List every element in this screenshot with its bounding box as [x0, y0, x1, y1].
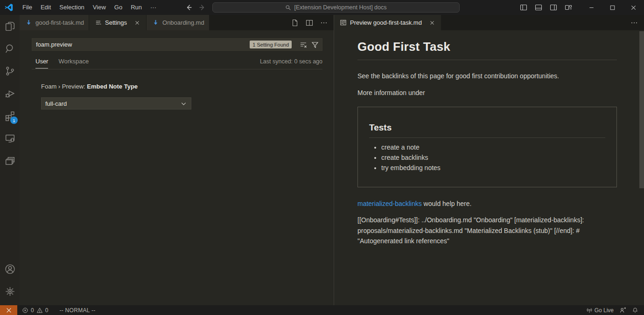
person-feedback-icon [619, 307, 626, 314]
toggle-secondary-sidebar-icon[interactable] [548, 2, 559, 13]
window-maximize-button[interactable] [602, 0, 623, 15]
setting-name: Embed Note Type [87, 83, 138, 90]
accounts-icon[interactable] [0, 258, 20, 280]
titlebar: File Edit Selection View Go Run ··· [Ext… [0, 0, 644, 15]
menu-view[interactable]: View [89, 0, 110, 15]
filter-funnel-icon[interactable] [311, 41, 319, 49]
settings-search-input[interactable] [36, 41, 250, 48]
tab-label: good-first-task.md [35, 19, 84, 26]
tab-preview-good-first-task[interactable]: Preview good-first-task.md [334, 15, 441, 30]
settings-scope-tabs: User Workspace Last synced: 0 secs ago [32, 57, 322, 69]
menu-go[interactable]: Go [110, 0, 126, 15]
split-editor-icon[interactable] [306, 19, 313, 27]
embed-heading: Tests [369, 123, 605, 138]
scope-separator [32, 69, 322, 69]
menu-edit[interactable]: Edit [36, 0, 55, 15]
tab-label: Preview good-first-task.md [350, 19, 422, 26]
preview-paragraph: See the backlinks of this page for good … [357, 71, 617, 81]
menu-selection[interactable]: Selection [55, 0, 88, 15]
search-icon [285, 5, 291, 11]
preview-scrollbar[interactable] [639, 31, 644, 188]
list-item: try embedding notes [381, 164, 605, 171]
embedded-note-card: Tests create a note create backlinks try… [357, 107, 617, 187]
settings-count-badge: 1 Setting Found [250, 41, 292, 48]
more-actions-icon[interactable] [320, 19, 328, 27]
tab-onboarding[interactable]: Onboarding.md [147, 15, 210, 30]
embed-list: create a note create backlinks try embed… [369, 144, 605, 171]
search-view-icon[interactable] [0, 37, 20, 60]
go-live-button[interactable]: Go Live [583, 305, 616, 315]
error-count: 0 [31, 307, 34, 314]
embed-note-type-select[interactable]: full-card [41, 97, 191, 110]
remote-explorer-icon[interactable] [0, 127, 20, 149]
scope-tab-workspace[interactable]: Workspace [58, 58, 89, 68]
close-icon[interactable] [428, 19, 436, 27]
chevron-down-icon [180, 100, 187, 107]
materialized-backlinks-link[interactable]: materialized-backlinks [357, 200, 422, 207]
extensions-badge: 1 [10, 116, 18, 124]
run-debug-icon[interactable] [0, 82, 20, 104]
settings-editor-icon [95, 19, 102, 26]
windows-stack-icon[interactable] [0, 149, 20, 171]
window-minimize-button[interactable] [581, 0, 602, 15]
source-control-icon[interactable] [0, 60, 20, 82]
command-center-label: [Extension Development Host] docs [294, 4, 386, 11]
warning-count: 0 [45, 307, 49, 314]
vim-mode-indicator[interactable]: -- NORMAL -- [56, 305, 98, 315]
go-live-label: Go Live [595, 307, 614, 314]
extensions-icon[interactable]: 1 [0, 104, 20, 127]
open-settings-json-icon[interactable] [291, 19, 299, 27]
bell-icon [632, 307, 638, 314]
main-area: 1 good-first-task.md [0, 15, 644, 305]
warning-icon [36, 307, 43, 314]
vim-mode-label: -- NORMAL -- [59, 307, 95, 314]
menu-run[interactable]: Run [126, 0, 146, 15]
markdown-preview-icon [340, 19, 347, 26]
close-icon[interactable] [133, 19, 141, 27]
nav-forward-icon[interactable] [199, 4, 206, 11]
setting-category: Foam › Preview: [41, 83, 87, 90]
settings-gear-icon[interactable] [0, 280, 20, 302]
tab-settings[interactable]: Settings [89, 15, 147, 30]
more-actions-icon[interactable] [630, 19, 638, 27]
notifications-bell-button[interactable] [629, 305, 641, 315]
tab-good-first-task[interactable]: good-first-task.md [20, 15, 89, 30]
problems-status[interactable]: 0 0 [19, 305, 51, 315]
last-synced-label: Last synced: 0 secs ago [260, 58, 322, 68]
right-tabbar: Preview good-first-task.md [334, 15, 644, 30]
select-value: full-card [45, 100, 67, 107]
markdown-file-icon [25, 19, 32, 26]
toggle-panel-icon[interactable] [533, 2, 544, 13]
link-paragraph: materialized-backlinks would help here. [357, 200, 617, 207]
menu-more[interactable]: ··· [146, 0, 161, 15]
clear-search-filters-icon[interactable] [299, 41, 308, 49]
broadcast-icon [586, 307, 593, 314]
explorer-icon[interactable] [0, 15, 20, 37]
menu-file[interactable]: File [18, 0, 36, 15]
markdown-file-icon [152, 19, 159, 26]
list-item: create a note [381, 144, 605, 151]
scope-tab-user[interactable]: User [35, 58, 48, 68]
link-suffix: would help here. [422, 200, 472, 207]
setting-title: Foam › Preview: Embed Note Type [41, 83, 334, 90]
tab-label: Settings [105, 19, 127, 26]
remote-indicator[interactable] [0, 305, 17, 315]
window-close-button[interactable] [623, 0, 644, 15]
markdown-preview-pane: Good First Task See the backlinks of thi… [334, 30, 644, 305]
list-item: create backlinks [381, 154, 605, 161]
toggle-primary-sidebar-icon[interactable] [518, 2, 529, 13]
activity-bar: 1 [0, 15, 20, 305]
setting-item-embed-note-type: Foam › Preview: Embed Note Type full-car… [41, 83, 334, 110]
error-icon [22, 307, 28, 314]
feedback-button[interactable] [616, 305, 629, 315]
editor-group-right: Preview good-first-task.md Good First Ta… [334, 15, 644, 305]
settings-editor: 1 Setting Found User Workspace Last sync… [20, 30, 334, 305]
command-center[interactable]: [Extension Development Host] docs [212, 2, 460, 13]
preview-title: Good First Task [357, 40, 617, 60]
left-tabbar: good-first-task.md Settings Onboarding.m… [20, 15, 334, 30]
preview-paragraph: More information under [357, 89, 617, 96]
tab-label: Onboarding.md [162, 19, 204, 26]
nav-back-icon[interactable] [185, 4, 192, 11]
customize-layout-icon[interactable] [563, 2, 574, 13]
settings-search-box: 1 Setting Found [32, 38, 322, 51]
